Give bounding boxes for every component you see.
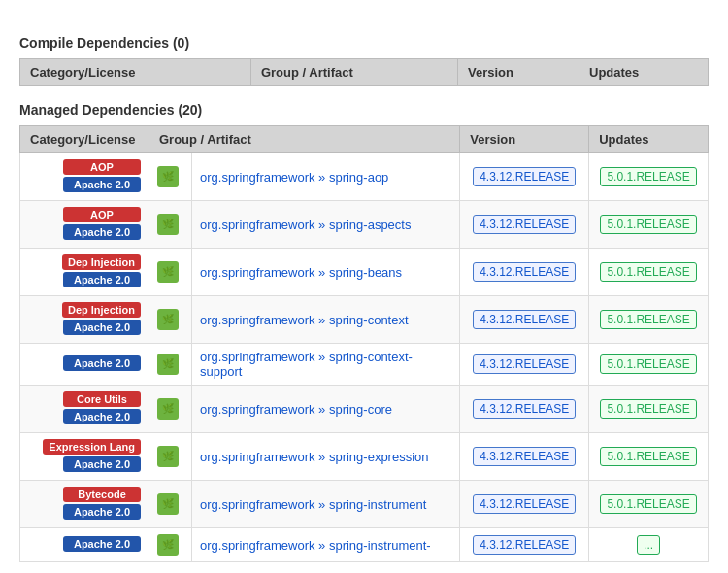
updates-cell: 5.0.1.RELEASE <box>589 296 709 344</box>
spring-icon-cell: 🌿 <box>149 528 192 562</box>
version-badge: 4.3.12.RELEASE <box>473 447 576 466</box>
category-badge: AOP <box>63 207 141 222</box>
updates-badge: 5.0.1.RELEASE <box>600 215 696 234</box>
artifact-link[interactable]: org.springframework » spring-aspects <box>200 218 411 232</box>
version-cell: 4.3.12.RELEASE <box>460 433 589 481</box>
artifact-cell[interactable]: org.springframework » spring-aop <box>191 153 459 201</box>
version-cell: 4.3.12.RELEASE <box>460 296 589 344</box>
category-badge: AOP <box>63 159 141 175</box>
version-cell: 4.3.12.RELEASE <box>460 481 589 528</box>
compile-table: Category/License Group / Artifact Versio… <box>19 58 709 86</box>
artifact-link[interactable]: org.springframework » spring-context <box>200 313 409 327</box>
updates-badge: 5.0.1.RELEASE <box>600 262 696 282</box>
compile-section: Compile Dependencies (0) Category/Licens… <box>19 35 709 86</box>
spring-icon: 🌿 <box>157 446 179 467</box>
artifact-cell[interactable]: org.springframework » spring-instrument- <box>191 528 459 562</box>
updates-cell: 5.0.1.RELEASE <box>589 201 709 249</box>
version-badge: 4.3.12.RELEASE <box>473 399 576 419</box>
compile-header-artifact: Group / Artifact <box>250 59 457 86</box>
artifact-link[interactable]: org.springframework » spring-context-sup… <box>200 350 413 379</box>
category-badge: Expression Lang <box>43 439 141 455</box>
updates-badge: 5.0.1.RELEASE <box>600 354 696 374</box>
version-badge: 4.3.12.RELEASE <box>473 535 576 555</box>
version-badge: 4.3.12.RELEASE <box>473 310 576 329</box>
version-cell: 4.3.12.RELEASE <box>460 249 589 296</box>
compile-header-version: Version <box>458 59 579 86</box>
table-row: AOPApache 2.0🌿org.springframework » spri… <box>20 201 709 249</box>
managed-header-artifact: Group / Artifact <box>149 126 460 153</box>
version-cell: 4.3.12.RELEASE <box>460 153 589 201</box>
table-row: Apache 2.0🌿org.springframework » spring-… <box>20 344 709 386</box>
license-badge: Apache 2.0 <box>63 272 141 287</box>
table-row: Dep InjectionApache 2.0🌿org.springframew… <box>20 249 709 296</box>
managed-section: Managed Dependencies (20) Category/Licen… <box>19 102 709 562</box>
spring-icon: 🌿 <box>157 261 179 283</box>
updates-cell: ... <box>589 528 709 562</box>
category-cell: BytecodeApache 2.0 <box>20 481 149 528</box>
category-badge: Core Utils <box>63 391 141 407</box>
table-row: Expression LangApache 2.0🌿org.springfram… <box>20 433 709 481</box>
category-cell: Apache 2.0 <box>20 528 149 562</box>
version-badge: 4.3.12.RELEASE <box>473 494 576 514</box>
spring-icon-cell: 🌿 <box>149 433 192 481</box>
license-badge: Apache 2.0 <box>63 456 141 472</box>
category-cell: Dep InjectionApache 2.0 <box>20 296 149 344</box>
table-row: Dep InjectionApache 2.0🌿org.springframew… <box>20 296 709 344</box>
updates-badge: 5.0.1.RELEASE <box>600 310 696 329</box>
version-badge: 4.3.12.RELEASE <box>473 262 576 282</box>
updates-cell: 5.0.1.RELEASE <box>589 249 709 296</box>
artifact-link[interactable]: org.springframework » spring-beans <box>200 265 402 280</box>
artifact-cell[interactable]: org.springframework » spring-beans <box>191 249 459 296</box>
license-badge: Apache 2.0 <box>63 224 141 240</box>
table-row: Core UtilsApache 2.0🌿org.springframework… <box>20 386 709 433</box>
category-badge: Dep Injection <box>62 254 141 270</box>
category-cell: Dep InjectionApache 2.0 <box>20 249 149 296</box>
artifact-link[interactable]: org.springframework » spring-core <box>200 402 392 417</box>
spring-icon-cell: 🌿 <box>149 201 192 249</box>
spring-icon-cell: 🌿 <box>149 386 192 433</box>
version-cell: 4.3.12.RELEASE <box>460 201 589 249</box>
spring-icon: 🌿 <box>157 309 179 330</box>
artifact-cell[interactable]: org.springframework » spring-aspects <box>191 201 459 249</box>
version-badge: 4.3.12.RELEASE <box>473 354 576 374</box>
updates-badge: ... <box>637 535 660 555</box>
version-badge: 4.3.12.RELEASE <box>473 215 576 234</box>
license-badge: Apache 2.0 <box>63 320 141 335</box>
artifact-cell[interactable]: org.springframework » spring-core <box>191 386 459 433</box>
license-badge: Apache 2.0 <box>63 409 141 424</box>
artifact-link[interactable]: org.springframework » spring-aop <box>200 170 388 185</box>
managed-header-category: Category/License <box>20 126 149 153</box>
version-cell: 4.3.12.RELEASE <box>460 528 589 562</box>
category-cell: Core UtilsApache 2.0 <box>20 386 149 433</box>
spring-icon: 🌿 <box>157 493 179 515</box>
artifact-link[interactable]: org.springframework » spring-expression <box>200 450 429 464</box>
artifact-cell[interactable]: org.springframework » spring-context <box>191 296 459 344</box>
spring-icon: 🌿 <box>157 166 179 187</box>
category-cell: AOPApache 2.0 <box>20 153 149 201</box>
artifact-cell[interactable]: org.springframework » spring-instrument <box>191 481 459 528</box>
category-cell: Expression LangApache 2.0 <box>20 433 149 481</box>
managed-header-updates: Updates <box>589 126 709 153</box>
artifact-cell[interactable]: org.springframework » spring-context-sup… <box>191 344 459 386</box>
table-row: BytecodeApache 2.0🌿org.springframework »… <box>20 481 709 528</box>
updates-badge: 5.0.1.RELEASE <box>600 167 696 186</box>
table-row: Apache 2.0🌿org.springframework » spring-… <box>20 528 709 562</box>
managed-table: Category/License Group / Artifact Versio… <box>19 125 709 562</box>
updates-badge: 5.0.1.RELEASE <box>600 494 696 514</box>
license-badge: Apache 2.0 <box>63 504 141 520</box>
artifact-link[interactable]: org.springframework » spring-instrument <box>200 497 426 512</box>
version-cell: 4.3.12.RELEASE <box>460 386 589 433</box>
artifact-cell[interactable]: org.springframework » spring-expression <box>191 433 459 481</box>
spring-icon-cell: 🌿 <box>149 344 192 386</box>
category-cell: Apache 2.0 <box>20 344 149 386</box>
spring-icon: 🌿 <box>157 534 179 556</box>
spring-icon: 🌿 <box>157 214 179 235</box>
artifact-link[interactable]: org.springframework » spring-instrument- <box>200 538 431 553</box>
updates-cell: 5.0.1.RELEASE <box>589 153 709 201</box>
spring-icon-cell: 🌿 <box>149 153 192 201</box>
updates-cell: 5.0.1.RELEASE <box>589 386 709 433</box>
category-cell: AOPApache 2.0 <box>20 201 149 249</box>
spring-icon: 🌿 <box>157 354 179 375</box>
spring-icon-cell: 🌿 <box>149 481 192 528</box>
compile-title: Compile Dependencies (0) <box>19 35 709 51</box>
